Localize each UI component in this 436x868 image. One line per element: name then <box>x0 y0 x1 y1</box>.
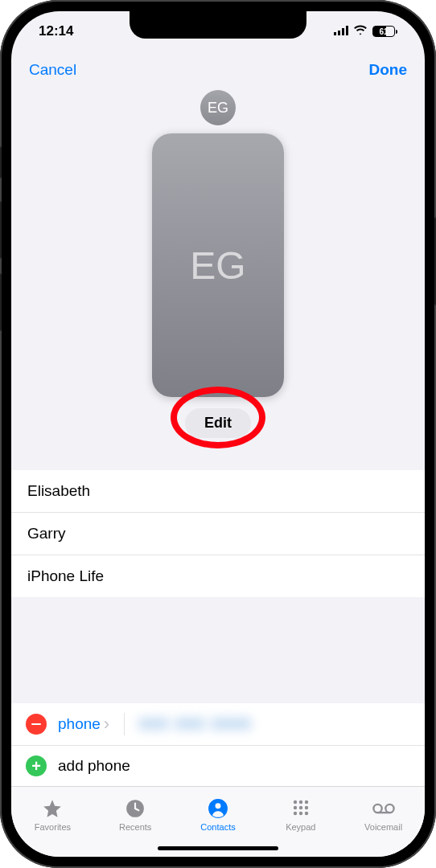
tab-recents[interactable]: Recents <box>94 787 177 842</box>
add-phone-label[interactable]: add phone <box>58 757 130 775</box>
done-button[interactable]: Done <box>369 61 408 79</box>
company-field[interactable]: iPhone Life <box>11 555 425 597</box>
svg-rect-3 <box>346 26 348 35</box>
phone-type-selector[interactable]: phone › <box>58 714 109 735</box>
svg-point-11 <box>299 805 302 809</box>
tab-contacts[interactable]: Contacts <box>177 787 260 842</box>
svg-point-12 <box>305 805 308 809</box>
svg-point-14 <box>299 811 302 814</box>
poster-initials: EG <box>190 244 245 288</box>
chevron-right-icon: › <box>104 714 109 735</box>
cancel-button[interactable]: Cancel <box>29 61 76 79</box>
person-circle-icon <box>207 798 229 819</box>
contact-poster[interactable]: EG <box>152 133 284 397</box>
svg-rect-1 <box>338 31 340 35</box>
last-name-field[interactable]: Garry <box>11 513 425 555</box>
tab-voicemail[interactable]: Voicemail <box>342 787 425 842</box>
svg-point-16 <box>373 804 381 812</box>
svg-point-17 <box>385 804 393 812</box>
phone-section: phone › 888 888 8888 add phone <box>11 703 425 786</box>
svg-rect-2 <box>342 28 344 35</box>
clock-icon <box>124 798 146 819</box>
star-icon <box>41 798 64 819</box>
svg-point-13 <box>294 811 297 814</box>
cellular-icon <box>334 23 348 39</box>
nav-bar: Cancel Done <box>11 51 425 85</box>
svg-point-9 <box>305 800 308 803</box>
svg-point-10 <box>294 805 297 809</box>
remove-phone-button[interactable] <box>26 714 47 735</box>
wifi-icon <box>353 23 368 39</box>
svg-point-6 <box>216 803 221 809</box>
voicemail-icon <box>372 798 395 819</box>
first-name-field[interactable]: Elisabeth <box>11 470 425 513</box>
phone-number-field[interactable]: 888 888 8888 <box>139 715 252 733</box>
tab-keypad[interactable]: Keypad <box>259 787 342 842</box>
add-phone-button[interactable] <box>26 755 47 776</box>
svg-point-7 <box>294 800 297 803</box>
avatar-small[interactable]: EG <box>200 90 236 125</box>
name-fields: Elisabeth Garry iPhone Life <box>11 470 425 597</box>
tab-favorites[interactable]: Favorites <box>11 787 94 842</box>
svg-point-15 <box>305 811 308 814</box>
svg-rect-0 <box>334 32 336 35</box>
edit-button[interactable]: Edit <box>185 408 251 438</box>
home-indicator[interactable] <box>158 846 278 850</box>
keypad-icon <box>290 798 312 819</box>
status-time: 12:14 <box>39 23 73 39</box>
svg-point-8 <box>299 800 302 803</box>
battery-icon: 61 <box>372 26 397 37</box>
